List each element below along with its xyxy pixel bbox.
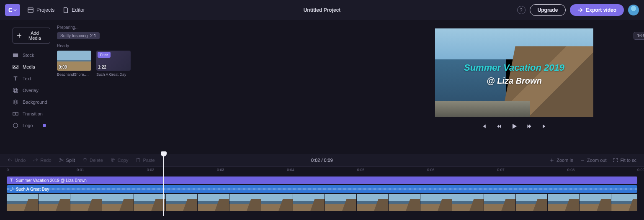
svg-rect-6 (14, 89, 18, 92)
video-frame (293, 194, 325, 211)
sidebar-label: Logo (23, 123, 33, 128)
free-badge: Free (98, 52, 111, 58)
ruler-tick: 0:01 (77, 168, 84, 172)
svg-rect-7 (13, 113, 15, 115)
zoom-out-button[interactable]: Zoom out (580, 158, 606, 163)
sidebar-label: Media (23, 64, 35, 69)
copy-button[interactable]: Copy (111, 158, 129, 163)
media-filename: BeachandShore.mp4 (57, 72, 91, 77)
ruler-tick: 0:02 (147, 168, 155, 172)
projects-icon (28, 7, 33, 13)
svg-rect-5 (13, 88, 17, 92)
nav-editor-label: Editor (72, 7, 85, 13)
svg-rect-15 (138, 158, 139, 159)
video-frame (7, 194, 38, 211)
export-button[interactable]: Export video (570, 4, 624, 16)
project-title[interactable]: Untitled Project (304, 7, 341, 13)
timeline-tracks: Summer Vacation 2019 @ Liza Brown Such A… (0, 173, 644, 212)
video-frame (70, 194, 102, 211)
svg-rect-13 (112, 160, 115, 162)
upgrade-button[interactable]: Upgrade (530, 4, 566, 16)
sidebar-item-text[interactable]: Text (0, 73, 50, 84)
sidebar-label: Background (23, 100, 47, 105)
new-badge (43, 124, 46, 127)
ready-label: Ready (57, 43, 389, 48)
text-icon (13, 76, 18, 82)
paste-icon (136, 158, 141, 163)
ruler-tick: 0:03 (217, 168, 224, 172)
timeline-time: 0:02 / 0:09 (311, 158, 333, 163)
video-frame (39, 194, 70, 211)
sidebar-label: Transition (23, 111, 43, 116)
undo-icon (8, 158, 13, 163)
sidebar: Add Media Stock Media Text Overlay Backg… (0, 20, 50, 154)
text-track-clip[interactable]: Summer Vacation 2019 @ Liza Brown (7, 177, 637, 184)
video-frame (452, 194, 484, 211)
nav-projects[interactable]: Projects (23, 5, 59, 15)
media-thumb: Free 1:22 (96, 51, 131, 71)
forward-button[interactable] (526, 123, 533, 130)
media-card-video[interactable]: 0:09 BeachandShore.mp4 (57, 51, 91, 77)
video-frame (389, 194, 420, 211)
user-avatar[interactable] (628, 5, 639, 15)
timeline-ruler[interactable]: 00:010:020:030:040:050:060:070:080:09 (0, 166, 644, 173)
app-logo[interactable]: C (5, 4, 20, 16)
copy-icon (111, 158, 116, 163)
media-icon (13, 64, 18, 70)
export-arrow-icon (577, 7, 583, 13)
track-label: Summer Vacation 2019 @ Liza Brown (16, 178, 87, 183)
zoom-in-button[interactable]: Zoom in (549, 158, 573, 163)
skip-end-button[interactable] (541, 123, 548, 130)
video-track-clip[interactable] (7, 194, 637, 211)
media-panel: Preparing... Softly Inspiring 2:1 Ready … (50, 20, 393, 154)
svg-point-9 (13, 123, 18, 128)
skip-start-button[interactable] (481, 123, 487, 130)
video-frame (548, 194, 579, 211)
timeline-toolbar: Undo Redo Split Delete Copy Paste 0:02 /… (0, 154, 644, 166)
sidebar-item-media[interactable]: Media (0, 61, 50, 73)
sidebar-item-logo[interactable]: Logo (0, 120, 50, 131)
help-button[interactable]: ? (517, 6, 526, 14)
split-button[interactable]: Split (59, 158, 75, 163)
video-preview[interactable]: Summer Vacation 2019 @ Liza Brown (435, 28, 593, 117)
sidebar-label: Overlay (23, 88, 39, 93)
sidebar-item-overlay[interactable]: Overlay (0, 84, 50, 96)
logo-icon (13, 123, 18, 128)
stock-icon (13, 52, 18, 58)
add-media-button[interactable]: Add Media (13, 28, 50, 43)
overlay-icon (13, 87, 18, 93)
paste-button[interactable]: Paste (136, 158, 155, 163)
undo-button[interactable]: Undo (8, 158, 26, 163)
fit-button[interactable]: Fit to sc (613, 158, 636, 163)
video-frame (166, 194, 197, 211)
rewind-button[interactable] (496, 123, 502, 130)
timeline-playhead[interactable] (163, 153, 164, 216)
thumb-duration: 1:22 (98, 65, 106, 69)
play-button[interactable] (511, 123, 518, 130)
preparing-chip[interactable]: Softly Inspiring 2:1 (57, 32, 100, 39)
sidebar-item-transition[interactable]: Transition (0, 108, 50, 120)
nav-editor[interactable]: Editor (59, 5, 89, 15)
audio-track-clip[interactable]: Such A Great Day (7, 185, 637, 193)
file-icon (63, 7, 69, 13)
aspect-ratio-button[interactable]: 16:9 (634, 32, 644, 40)
redo-button[interactable]: Redo (33, 158, 51, 163)
layers-icon (13, 99, 18, 105)
sidebar-label: Stock (23, 53, 34, 58)
sidebar-item-background[interactable]: Background (0, 96, 50, 108)
preview-subtitle-text: @ Liza Brown (435, 76, 593, 86)
ruler-tick: 0:09 (637, 168, 644, 172)
app-header: C Projects Editor Untitled Project ? Upg… (0, 0, 644, 20)
thumb-duration: 0:09 (59, 65, 67, 69)
ruler-tick: 0:06 (427, 168, 435, 172)
sidebar-label: Text (23, 76, 31, 81)
chip-duration: 2:1 (90, 33, 96, 38)
media-thumb: 0:09 (57, 51, 91, 71)
sidebar-item-stock[interactable]: Stock (0, 49, 50, 61)
media-card-audio[interactable]: Free 1:22 Such A Great Day (96, 51, 131, 77)
svg-rect-2 (13, 54, 18, 57)
playback-controls (481, 123, 548, 130)
preview-panel: 16:9 Summer Vacation 2019 @ Liza Brown (393, 20, 644, 154)
delete-button[interactable]: Delete (82, 158, 103, 163)
video-frame (357, 194, 388, 211)
